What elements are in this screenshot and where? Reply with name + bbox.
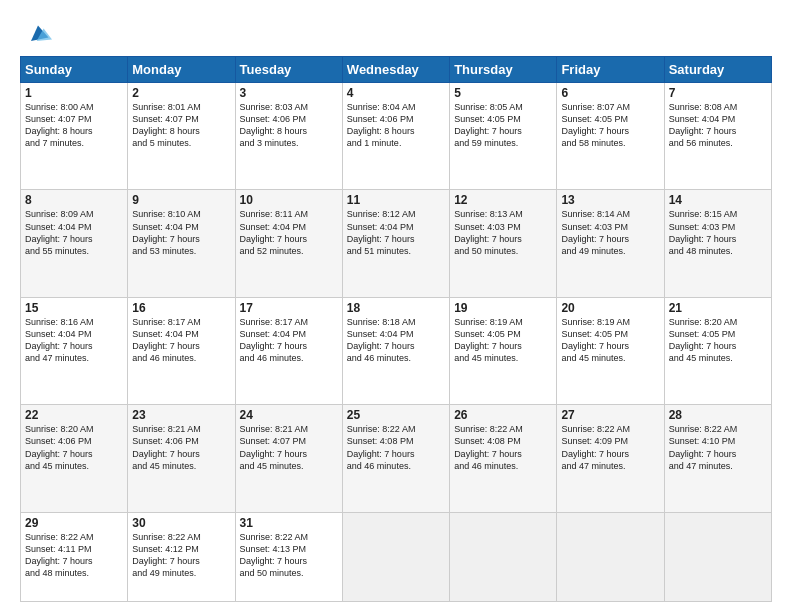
calendar-cell: 6Sunrise: 8:07 AM Sunset: 4:05 PM Daylig… xyxy=(557,83,664,190)
day-number: 9 xyxy=(132,193,230,207)
calendar-cell: 19Sunrise: 8:19 AM Sunset: 4:05 PM Dayli… xyxy=(450,297,557,404)
calendar-cell: 5Sunrise: 8:05 AM Sunset: 4:05 PM Daylig… xyxy=(450,83,557,190)
day-number: 18 xyxy=(347,301,445,315)
calendar-cell: 4Sunrise: 8:04 AM Sunset: 4:06 PM Daylig… xyxy=(342,83,449,190)
day-number: 20 xyxy=(561,301,659,315)
logo-icon xyxy=(24,20,52,48)
day-number: 24 xyxy=(240,408,338,422)
col-header-thursday: Thursday xyxy=(450,57,557,83)
day-number: 14 xyxy=(669,193,767,207)
day-info: Sunrise: 8:17 AM Sunset: 4:04 PM Dayligh… xyxy=(132,316,230,365)
day-info: Sunrise: 8:09 AM Sunset: 4:04 PM Dayligh… xyxy=(25,208,123,257)
day-info: Sunrise: 8:22 AM Sunset: 4:13 PM Dayligh… xyxy=(240,531,338,580)
day-number: 1 xyxy=(25,86,123,100)
calendar-cell: 18Sunrise: 8:18 AM Sunset: 4:04 PM Dayli… xyxy=(342,297,449,404)
col-header-sunday: Sunday xyxy=(21,57,128,83)
day-number: 2 xyxy=(132,86,230,100)
calendar-cell: 20Sunrise: 8:19 AM Sunset: 4:05 PM Dayli… xyxy=(557,297,664,404)
day-info: Sunrise: 8:22 AM Sunset: 4:09 PM Dayligh… xyxy=(561,423,659,472)
day-info: Sunrise: 8:21 AM Sunset: 4:06 PM Dayligh… xyxy=(132,423,230,472)
day-info: Sunrise: 8:01 AM Sunset: 4:07 PM Dayligh… xyxy=(132,101,230,150)
day-number: 11 xyxy=(347,193,445,207)
calendar-cell: 26Sunrise: 8:22 AM Sunset: 4:08 PM Dayli… xyxy=(450,405,557,512)
calendar-cell: 8Sunrise: 8:09 AM Sunset: 4:04 PM Daylig… xyxy=(21,190,128,297)
day-info: Sunrise: 8:20 AM Sunset: 4:05 PM Dayligh… xyxy=(669,316,767,365)
day-number: 27 xyxy=(561,408,659,422)
day-number: 12 xyxy=(454,193,552,207)
logo xyxy=(20,20,52,48)
calendar-header-row: SundayMondayTuesdayWednesdayThursdayFrid… xyxy=(21,57,772,83)
day-number: 4 xyxy=(347,86,445,100)
day-info: Sunrise: 8:22 AM Sunset: 4:08 PM Dayligh… xyxy=(454,423,552,472)
calendar-cell: 3Sunrise: 8:03 AM Sunset: 4:06 PM Daylig… xyxy=(235,83,342,190)
day-info: Sunrise: 8:10 AM Sunset: 4:04 PM Dayligh… xyxy=(132,208,230,257)
day-number: 23 xyxy=(132,408,230,422)
day-number: 15 xyxy=(25,301,123,315)
day-info: Sunrise: 8:14 AM Sunset: 4:03 PM Dayligh… xyxy=(561,208,659,257)
day-number: 5 xyxy=(454,86,552,100)
day-info: Sunrise: 8:03 AM Sunset: 4:06 PM Dayligh… xyxy=(240,101,338,150)
calendar-cell: 12Sunrise: 8:13 AM Sunset: 4:03 PM Dayli… xyxy=(450,190,557,297)
col-header-monday: Monday xyxy=(128,57,235,83)
calendar-table: SundayMondayTuesdayWednesdayThursdayFrid… xyxy=(20,56,772,602)
col-header-tuesday: Tuesday xyxy=(235,57,342,83)
col-header-wednesday: Wednesday xyxy=(342,57,449,83)
day-info: Sunrise: 8:15 AM Sunset: 4:03 PM Dayligh… xyxy=(669,208,767,257)
calendar-cell: 31Sunrise: 8:22 AM Sunset: 4:13 PM Dayli… xyxy=(235,512,342,601)
day-info: Sunrise: 8:12 AM Sunset: 4:04 PM Dayligh… xyxy=(347,208,445,257)
calendar-cell: 24Sunrise: 8:21 AM Sunset: 4:07 PM Dayli… xyxy=(235,405,342,512)
calendar-cell: 11Sunrise: 8:12 AM Sunset: 4:04 PM Dayli… xyxy=(342,190,449,297)
day-number: 16 xyxy=(132,301,230,315)
day-info: Sunrise: 8:05 AM Sunset: 4:05 PM Dayligh… xyxy=(454,101,552,150)
day-number: 26 xyxy=(454,408,552,422)
calendar-cell: 25Sunrise: 8:22 AM Sunset: 4:08 PM Dayli… xyxy=(342,405,449,512)
day-number: 8 xyxy=(25,193,123,207)
day-info: Sunrise: 8:22 AM Sunset: 4:12 PM Dayligh… xyxy=(132,531,230,580)
day-info: Sunrise: 8:19 AM Sunset: 4:05 PM Dayligh… xyxy=(561,316,659,365)
calendar-cell: 9Sunrise: 8:10 AM Sunset: 4:04 PM Daylig… xyxy=(128,190,235,297)
day-info: Sunrise: 8:22 AM Sunset: 4:11 PM Dayligh… xyxy=(25,531,123,580)
calendar-cell: 15Sunrise: 8:16 AM Sunset: 4:04 PM Dayli… xyxy=(21,297,128,404)
day-info: Sunrise: 8:04 AM Sunset: 4:06 PM Dayligh… xyxy=(347,101,445,150)
calendar-cell: 16Sunrise: 8:17 AM Sunset: 4:04 PM Dayli… xyxy=(128,297,235,404)
calendar-cell: 30Sunrise: 8:22 AM Sunset: 4:12 PM Dayli… xyxy=(128,512,235,601)
day-number: 19 xyxy=(454,301,552,315)
calendar-cell xyxy=(450,512,557,601)
day-number: 29 xyxy=(25,516,123,530)
day-number: 31 xyxy=(240,516,338,530)
col-header-friday: Friday xyxy=(557,57,664,83)
day-number: 22 xyxy=(25,408,123,422)
calendar-cell: 2Sunrise: 8:01 AM Sunset: 4:07 PM Daylig… xyxy=(128,83,235,190)
calendar-cell: 23Sunrise: 8:21 AM Sunset: 4:06 PM Dayli… xyxy=(128,405,235,512)
day-info: Sunrise: 8:00 AM Sunset: 4:07 PM Dayligh… xyxy=(25,101,123,150)
day-number: 21 xyxy=(669,301,767,315)
calendar-cell xyxy=(342,512,449,601)
day-number: 3 xyxy=(240,86,338,100)
calendar-cell: 7Sunrise: 8:08 AM Sunset: 4:04 PM Daylig… xyxy=(664,83,771,190)
calendar-cell: 28Sunrise: 8:22 AM Sunset: 4:10 PM Dayli… xyxy=(664,405,771,512)
calendar-cell: 10Sunrise: 8:11 AM Sunset: 4:04 PM Dayli… xyxy=(235,190,342,297)
day-info: Sunrise: 8:08 AM Sunset: 4:04 PM Dayligh… xyxy=(669,101,767,150)
day-info: Sunrise: 8:21 AM Sunset: 4:07 PM Dayligh… xyxy=(240,423,338,472)
calendar-cell: 17Sunrise: 8:17 AM Sunset: 4:04 PM Dayli… xyxy=(235,297,342,404)
calendar-cell: 14Sunrise: 8:15 AM Sunset: 4:03 PM Dayli… xyxy=(664,190,771,297)
header xyxy=(20,16,772,48)
day-info: Sunrise: 8:22 AM Sunset: 4:08 PM Dayligh… xyxy=(347,423,445,472)
day-number: 10 xyxy=(240,193,338,207)
day-number: 28 xyxy=(669,408,767,422)
day-info: Sunrise: 8:19 AM Sunset: 4:05 PM Dayligh… xyxy=(454,316,552,365)
day-number: 30 xyxy=(132,516,230,530)
calendar-cell: 21Sunrise: 8:20 AM Sunset: 4:05 PM Dayli… xyxy=(664,297,771,404)
day-info: Sunrise: 8:07 AM Sunset: 4:05 PM Dayligh… xyxy=(561,101,659,150)
calendar-cell: 13Sunrise: 8:14 AM Sunset: 4:03 PM Dayli… xyxy=(557,190,664,297)
day-info: Sunrise: 8:11 AM Sunset: 4:04 PM Dayligh… xyxy=(240,208,338,257)
calendar-cell: 27Sunrise: 8:22 AM Sunset: 4:09 PM Dayli… xyxy=(557,405,664,512)
day-info: Sunrise: 8:13 AM Sunset: 4:03 PM Dayligh… xyxy=(454,208,552,257)
day-info: Sunrise: 8:18 AM Sunset: 4:04 PM Dayligh… xyxy=(347,316,445,365)
day-info: Sunrise: 8:20 AM Sunset: 4:06 PM Dayligh… xyxy=(25,423,123,472)
calendar-cell xyxy=(664,512,771,601)
day-info: Sunrise: 8:17 AM Sunset: 4:04 PM Dayligh… xyxy=(240,316,338,365)
calendar-cell xyxy=(557,512,664,601)
calendar-cell: 1Sunrise: 8:00 AM Sunset: 4:07 PM Daylig… xyxy=(21,83,128,190)
day-number: 6 xyxy=(561,86,659,100)
